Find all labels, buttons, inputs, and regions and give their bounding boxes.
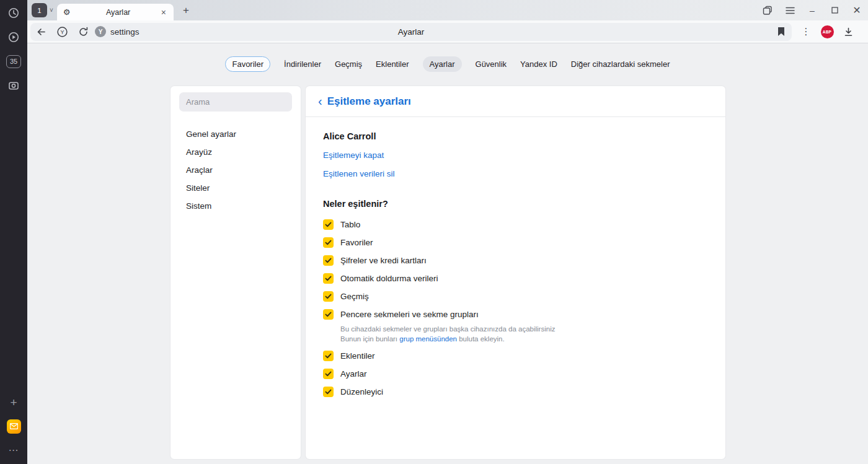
screenshot-camera-icon[interactable]	[6, 78, 22, 93]
more-menu-icon[interactable]: ⋮	[795, 23, 817, 41]
sync-option-tablo[interactable]: Tablo	[323, 216, 708, 234]
address-bar: Y Y settings Ayarlar ⋮ ABP	[27, 20, 868, 43]
nav-tab-indirilenler[interactable]: İndirilenler	[284, 59, 321, 69]
checkbox-checked[interactable]	[323, 291, 334, 302]
nav-tab-gecmis[interactable]: Geçmiş	[335, 59, 362, 69]
browser-window: 35 + ⋯ 1 ˅ ⚙ Ayarlar ×	[0, 0, 868, 464]
sidebar-item-araclar[interactable]: Araçlar	[179, 161, 292, 179]
history-clock-icon[interactable]	[6, 6, 22, 20]
settings-menu: Genel ayarlar Arayüz Araçlar Siteler Sis…	[179, 125, 292, 215]
sidebar-item-arayuz[interactable]: Arayüz	[179, 143, 292, 161]
settings-sidebar: Genel ayarlar Arayüz Araçlar Siteler Sis…	[170, 86, 301, 459]
nav-tab-favoriler[interactable]: Favoriler	[225, 56, 270, 72]
rail-more-button[interactable]: ⋯	[6, 443, 22, 458]
chevron-down-icon[interactable]: ˅	[50, 7, 53, 14]
page-title: Ayarlar	[30, 27, 792, 37]
sync-option-otomatik-doldurma[interactable]: Otomatik doldurma verileri	[323, 269, 708, 287]
sync-option-duzenleyici[interactable]: Düzenleyici	[323, 383, 708, 401]
checkbox-checked[interactable]	[323, 273, 334, 284]
sidebar-item-siteler[interactable]: Siteler	[179, 179, 292, 197]
svg-text:Y: Y	[60, 29, 64, 35]
checkbox-checked[interactable]	[323, 309, 334, 320]
ellipsis-icon: ⋯	[9, 445, 19, 455]
nav-tab-yandex-id[interactable]: Yandex ID	[520, 59, 557, 69]
menu-hamburger-icon[interactable]	[779, 0, 801, 20]
maximize-button[interactable]	[823, 0, 846, 20]
omnibox[interactable]: Y Y settings Ayarlar	[30, 23, 792, 41]
search-input[interactable]	[179, 92, 292, 112]
checkbox-checked[interactable]	[323, 255, 334, 266]
nav-tab-eklentiler[interactable]: Eklentiler	[376, 59, 409, 69]
account-name: Alice Carroll	[323, 131, 708, 141]
new-tab-button[interactable]: +	[179, 3, 193, 18]
sync-option-pencere-sekmeleri[interactable]: Pencere sekmeleri ve sekme grupları	[323, 305, 708, 323]
back-chevron-icon[interactable]: ‹	[316, 95, 326, 108]
sync-options-list: Tablo Favoriler Şifreler ve kredi kartla…	[323, 216, 708, 401]
checkbox-checked[interactable]	[323, 369, 334, 379]
nav-tab-diger-cihazlar[interactable]: Diğer cihazlardaki sekmeler	[571, 59, 670, 69]
sidebar-item-sistem[interactable]: Sistem	[179, 197, 292, 215]
yandex-mail-icon[interactable]	[6, 419, 22, 434]
nav-tab-ayarlar[interactable]: Ayarlar	[423, 56, 462, 72]
tab-counter-button[interactable]: 1	[32, 3, 47, 17]
close-window-button[interactable]: ✕	[846, 0, 868, 20]
sync-option-gecmis[interactable]: Geçmiş	[323, 287, 708, 305]
sync-settings-panel: ‹ Eşitleme ayarları Alice Carroll Eşitle…	[306, 86, 725, 459]
sync-settings-header: ‹ Eşitleme ayarları	[306, 86, 725, 117]
settings-nav-tabs: Favoriler İndirilenler Geçmiş Eklentiler…	[27, 56, 868, 72]
tabs-sync-note: Bu cihazdaki sekmeler ve grupları başka …	[340, 324, 708, 344]
delete-synced-data-link[interactable]: Eşitlenen verileri sil	[323, 169, 708, 178]
sync-option-ayarlar[interactable]: Ayarlar	[323, 365, 708, 383]
tab-count-badge[interactable]: 35	[6, 54, 22, 69]
reload-icon[interactable]	[73, 23, 94, 41]
sidebar-item-genel-ayarlar[interactable]: Genel ayarlar	[179, 125, 292, 143]
checkbox-checked[interactable]	[323, 387, 334, 397]
back-icon[interactable]	[30, 23, 51, 41]
sync-option-eklentiler[interactable]: Eklentiler	[323, 347, 708, 365]
rail-add-button[interactable]: +	[6, 395, 22, 409]
group-menu-link[interactable]: grup menüsünden	[399, 335, 457, 343]
sync-option-favoriler[interactable]: Favoriler	[323, 234, 708, 252]
tab-ayarlar[interactable]: ⚙ Ayarlar ×	[57, 4, 174, 20]
checkbox-checked[interactable]	[323, 351, 334, 361]
plus-icon: +	[10, 396, 17, 408]
adblock-plus-badge[interactable]: ABP	[817, 23, 838, 41]
gear-icon: ⚙	[63, 7, 71, 17]
downloads-icon[interactable]	[838, 23, 859, 41]
nav-tab-guvenlik[interactable]: Güvenlik	[476, 59, 507, 69]
settings-page: Favoriler İndirilenler Geçmiş Eklentiler…	[27, 43, 868, 464]
what-syncs-heading: Neler eşitlenir?	[323, 199, 708, 209]
tab-panel-icon[interactable]	[756, 0, 779, 20]
tab-strip: 1 ˅ ⚙ Ayarlar × + – ✕	[27, 0, 868, 20]
bookmark-icon[interactable]	[771, 23, 792, 41]
checkbox-checked[interactable]	[323, 237, 334, 248]
checkbox-checked[interactable]	[323, 219, 334, 230]
tab-title: Ayarlar	[77, 8, 160, 17]
tab-count-label: 35	[6, 55, 21, 68]
side-rail: 35 + ⋯	[0, 0, 27, 464]
sync-settings-title[interactable]: Eşitleme ayarları	[327, 95, 411, 108]
page-favicon: Y	[95, 26, 106, 37]
url-text[interactable]: settings	[110, 27, 140, 37]
yandex-protect-icon[interactable]: Y	[51, 23, 73, 41]
play-icon[interactable]	[6, 30, 22, 45]
disable-sync-link[interactable]: Eşitlemeyi kapat	[323, 151, 708, 160]
sync-option-sifreler[interactable]: Şifreler ve kredi kartları	[323, 252, 708, 269]
tab-close-icon[interactable]: ×	[160, 7, 167, 17]
minimize-button[interactable]: –	[801, 0, 823, 20]
